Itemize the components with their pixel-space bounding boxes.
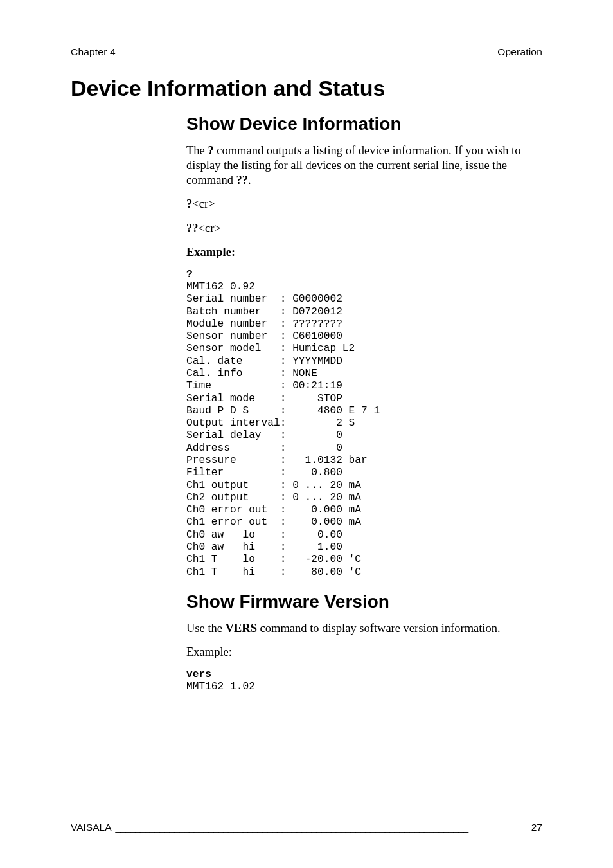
header-section: Operation: [497, 46, 542, 58]
cmd-double-question: ??<cr>: [186, 221, 542, 236]
terminal-output-firmware: vers MMT162 1.02: [186, 669, 542, 694]
page-header: Chapter 4 ______________________________…: [71, 46, 542, 58]
header-chapter: Chapter 4: [71, 46, 116, 58]
para-device-info: The ? command outputs a listing of devic…: [186, 143, 542, 188]
example-label-1: Example:: [186, 245, 542, 260]
heading-2-show-firmware: Show Firmware Version: [186, 592, 542, 612]
page-footer: VAISALA ________________________________…: [71, 822, 542, 833]
heading-1: Device Information and Status: [71, 76, 542, 101]
para-firmware-version: Use the VERS command to display software…: [186, 621, 542, 636]
cmd-single-question: ?<cr>: [186, 197, 542, 212]
heading-2-show-device-info: Show Device Information: [186, 114, 542, 134]
example-label-2: Example:: [186, 645, 542, 660]
footer-page-number: 27: [531, 822, 542, 833]
footer-brand: VAISALA: [71, 822, 111, 833]
terminal-output-device-info: ? MMT162 0.92 Serial number : G0000002 B…: [186, 269, 542, 579]
